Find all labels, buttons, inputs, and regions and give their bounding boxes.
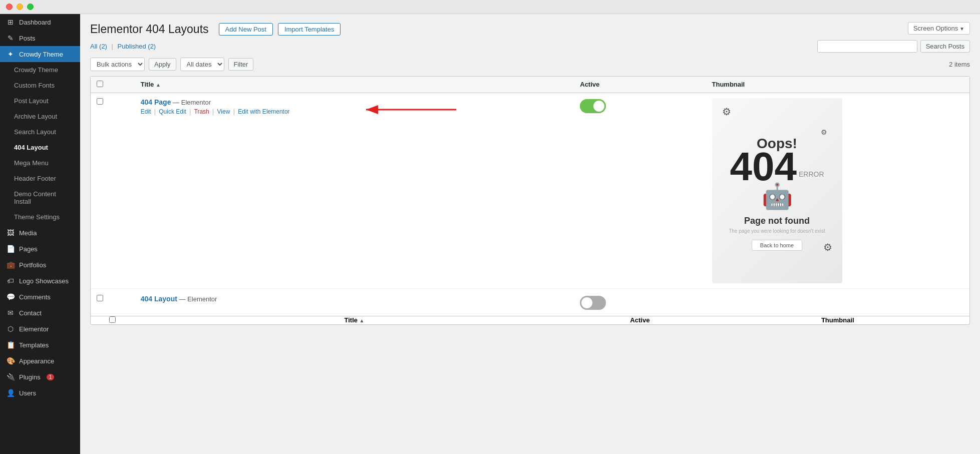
- import-templates-button[interactable]: Import Templates: [278, 23, 341, 36]
- search-posts-button[interactable]: Search Posts: [920, 40, 970, 53]
- col-title-header[interactable]: Title ▲: [135, 77, 574, 93]
- bulk-actions-select[interactable]: Bulk actions: [90, 58, 145, 71]
- table-header-row: Title ▲ Active Thumbnail: [91, 77, 969, 93]
- row1-subtitle: — Elementor: [173, 99, 211, 106]
- gear-icon-topleft: ⚙: [722, 106, 731, 118]
- sidebar-sub-header-footer[interactable]: Header Footer: [0, 171, 80, 186]
- users-icon: 👤: [6, 389, 15, 397]
- col-active-header: Active: [574, 77, 706, 93]
- row1-trash-link[interactable]: Trash: [194, 108, 209, 115]
- sidebar-label-contact: Contact: [19, 309, 42, 317]
- footer-col-title[interactable]: Title ▲: [135, 316, 574, 324]
- sidebar-item-plugins[interactable]: 🔌 Plugins 1: [0, 369, 80, 385]
- sidebar-item-users[interactable]: 👤 Users: [0, 385, 80, 401]
- sidebar-item-comments[interactable]: 💬 Comments: [0, 289, 80, 305]
- media-icon: 🖼: [6, 229, 15, 237]
- row2-toggle-slider: [580, 296, 606, 310]
- sidebar-sub-mega-menu[interactable]: Mega Menu: [0, 155, 80, 171]
- sidebar-sub-demo-content[interactable]: Demo Content Install: [0, 186, 80, 209]
- sidebar-item-contact[interactable]: ✉ Contact: [0, 305, 80, 321]
- traffic-light-red[interactable]: [6, 4, 13, 10]
- add-new-post-button[interactable]: Add New Post: [219, 23, 273, 36]
- sidebar-item-logo-showcases[interactable]: 🏷 Logo Showcases: [0, 273, 80, 289]
- sidebar-item-posts[interactable]: ✎ Posts: [0, 30, 80, 46]
- plugins-badge: 1: [47, 374, 55, 380]
- row2-toggle[interactable]: [580, 296, 606, 310]
- table-row: 404 Layout — Elementor: [91, 288, 969, 316]
- sidebar-item-media[interactable]: 🖼 Media: [0, 225, 80, 241]
- sidebar-item-crowdy-theme[interactable]: ✦ Crowdy Theme: [0, 46, 80, 62]
- sidebar-sub-search-layout[interactable]: Search Layout: [0, 124, 80, 140]
- footer-col-thumbnail: Thumbnail: [706, 316, 970, 324]
- sidebar-label-elementor: Elementor: [19, 325, 49, 333]
- main-content: Elementor 404 Layouts Add New Post Impor…: [80, 14, 980, 454]
- sidebar-item-portfolios[interactable]: 💼 Portfolios: [0, 257, 80, 273]
- row2-checkbox[interactable]: [97, 295, 103, 301]
- sidebar-item-dashboard[interactable]: ⊞ Dashboard: [0, 14, 80, 30]
- row2-toggle-wrap: [580, 295, 700, 310]
- col-thumbnail-header: Thumbnail: [706, 77, 970, 93]
- window-chrome: [0, 0, 980, 14]
- row2-subtitle: — Elementor: [179, 295, 217, 303]
- row1-checkbox[interactable]: [97, 98, 103, 105]
- sidebar-item-appearance[interactable]: 🎨 Appearance: [0, 353, 80, 369]
- all-link[interactable]: All (2): [90, 43, 107, 50]
- row2-active-cell: [574, 288, 706, 316]
- thumbnail-404: 404: [730, 147, 796, 187]
- templates-icon: 📋: [6, 341, 15, 349]
- row1-edit-link[interactable]: Edit: [141, 108, 151, 115]
- logo-showcases-icon: 🏷: [6, 277, 15, 285]
- filter-bar: Bulk actions Apply All dates Filter 2 it…: [80, 55, 980, 76]
- sidebar-sub-theme-settings[interactable]: Theme Settings: [0, 209, 80, 225]
- portfolios-icon: 💼: [6, 261, 15, 269]
- sidebar-label-pages: Pages: [19, 245, 38, 253]
- row1-edit-elementor-link[interactable]: Edit with Elementor: [238, 108, 289, 115]
- row2-thumbnail-cell: [706, 288, 970, 316]
- subheader-links: All (2) | Published (2): [90, 43, 156, 50]
- traffic-light-yellow[interactable]: [17, 4, 23, 10]
- dates-select[interactable]: All dates: [180, 58, 224, 71]
- dashboard-icon: ⊞: [6, 18, 15, 26]
- sidebar-label-plugins: Plugins: [19, 373, 41, 381]
- row1-title-cell: 404 Page — Elementor Edit | Quick Edit |…: [135, 93, 574, 288]
- published-link[interactable]: Published (2): [118, 43, 156, 50]
- posts-icon: ✎: [6, 34, 15, 42]
- sidebar-sub-404-layout[interactable]: 404 Layout: [0, 140, 80, 155]
- col-checkbox-header: [91, 77, 135, 93]
- topbar-left: Elementor 404 Layouts Add New Post Impor…: [90, 22, 341, 37]
- apply-button[interactable]: Apply: [149, 58, 176, 71]
- filter-button[interactable]: Filter: [228, 58, 254, 71]
- page-title: Elementor 404 Layouts: [90, 22, 209, 37]
- sidebar-item-pages[interactable]: 📄 Pages: [0, 241, 80, 257]
- row1-toggle[interactable]: [580, 99, 606, 113]
- row1-actions: Edit | Quick Edit | Trash | View | Edit: [141, 108, 290, 115]
- app-container: ⊞ Dashboard ✎ Posts ✦ Crowdy Theme Crowd…: [0, 0, 980, 454]
- gear-icon-bottomright: ⚙: [823, 241, 832, 253]
- traffic-light-green[interactable]: [27, 4, 34, 10]
- table-row: 404 Page — Elementor Edit | Quick Edit |…: [91, 93, 969, 288]
- sidebar-sub-crowdy-theme[interactable]: Crowdy Theme: [0, 62, 80, 78]
- search-input[interactable]: [817, 40, 917, 53]
- footer-select-all-checkbox[interactable]: [109, 316, 116, 323]
- sidebar-label-portfolios: Portfolios: [19, 261, 46, 269]
- row1-title-link[interactable]: 404 Page: [141, 98, 171, 106]
- sidebar: ⊞ Dashboard ✎ Posts ✦ Crowdy Theme Crowd…: [0, 14, 80, 454]
- row1-checkbox-cell: [91, 93, 135, 288]
- sidebar-label-crowdy-theme: Crowdy Theme: [19, 51, 63, 58]
- row1-view-link[interactable]: View: [217, 108, 230, 115]
- row2-title-cell: 404 Layout — Elementor: [135, 288, 574, 316]
- row1-quick-edit-link[interactable]: Quick Edit: [159, 108, 186, 115]
- row1-active-cell: [574, 93, 706, 288]
- select-all-checkbox[interactable]: [97, 81, 103, 87]
- thumbnail-sub-text: The page you were looking for doesn't ex…: [729, 228, 825, 234]
- search-area: Search Posts: [817, 40, 970, 53]
- sidebar-label-media: Media: [19, 229, 37, 237]
- sidebar-item-elementor[interactable]: ⬡ Elementor: [0, 321, 80, 337]
- screen-options-button[interactable]: Screen Options: [908, 22, 970, 35]
- sidebar-item-templates[interactable]: 📋 Templates: [0, 337, 80, 353]
- row2-title-link[interactable]: 404 Layout: [141, 295, 177, 303]
- error-label: ERROR: [799, 170, 824, 178]
- sidebar-sub-archive-layout[interactable]: Archive Layout: [0, 109, 80, 124]
- sidebar-sub-post-layout[interactable]: Post Layout: [0, 93, 80, 109]
- sidebar-sub-custom-fonts[interactable]: Custom Fonts: [0, 78, 80, 93]
